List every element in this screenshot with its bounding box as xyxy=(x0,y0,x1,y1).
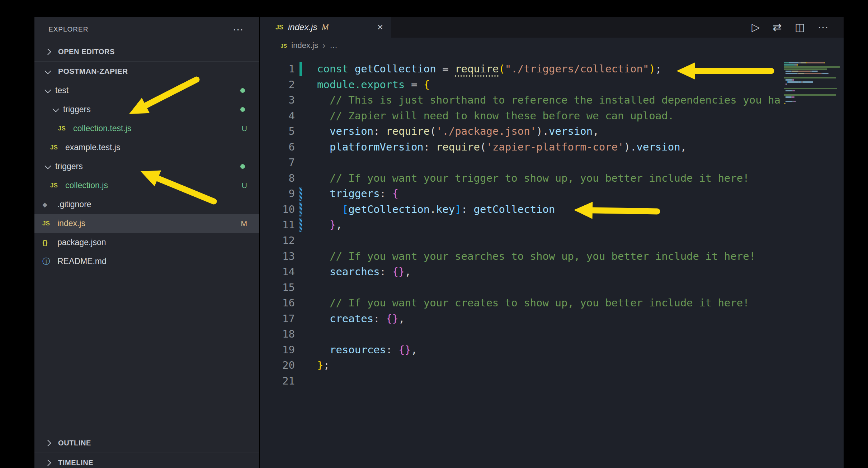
line-text xyxy=(308,280,844,296)
tree-item-example-test-js[interactable]: JSexample.test.js xyxy=(34,138,259,157)
tree-item--gitignore[interactable]: ◆.gitignore xyxy=(34,195,259,214)
code-line-12[interactable]: 12 xyxy=(260,233,844,249)
file-label: index.js xyxy=(57,219,85,228)
gutter-change-indicator xyxy=(295,186,308,202)
minimap-line xyxy=(784,86,841,87)
tree-item-package-json[interactable]: {}package.json xyxy=(34,233,259,252)
code-line-14[interactable]: 14 searches: {}, xyxy=(260,264,844,280)
file-tree: testtriggersJScollection.test.jsUJSexamp… xyxy=(34,81,259,271)
tree-item-readme-md[interactable]: ⓘREADME.md xyxy=(34,252,259,271)
code-line-19[interactable]: 19 resources: {}, xyxy=(260,342,844,358)
minimap[interactable] xyxy=(784,62,841,107)
split-editor-icon[interactable]: ◫ xyxy=(795,22,805,33)
project-root-row[interactable]: POSTMAN-ZAPIER xyxy=(34,62,259,81)
code-line-10[interactable]: 10 [getCollection.key]: getCollection xyxy=(260,202,844,218)
chevron-right-icon xyxy=(42,460,53,465)
gutter-change-indicator xyxy=(295,171,308,186)
code-line-9[interactable]: 9 triggers: { xyxy=(260,186,844,202)
explorer-header: EXPLORER ⋯ xyxy=(34,17,259,42)
minimap-line xyxy=(784,81,841,83)
minimap-line xyxy=(784,73,841,74)
tree-item-triggers[interactable]: triggers xyxy=(34,100,259,119)
minimap-line xyxy=(784,83,841,85)
vscode-window: EXPLORER ⋯ OPEN EDITORS POSTMAN-ZAPIER t… xyxy=(34,17,844,468)
tab-index-js[interactable]: JS index.js M × xyxy=(260,17,391,38)
breadcrumb-symbol[interactable]: … xyxy=(330,41,338,50)
tree-item-collection-test-js[interactable]: JScollection.test.jsU xyxy=(34,119,259,138)
open-changes-icon[interactable]: ⇄ xyxy=(773,22,782,33)
gutter-change-indicator xyxy=(295,139,308,155)
code-line-16[interactable]: 16 // If you want your creates to show u… xyxy=(260,295,844,311)
line-text xyxy=(308,155,844,171)
line-text: platformVersion: require('zapier-platfor… xyxy=(308,139,844,155)
file-label: .gitignore xyxy=(57,200,91,209)
breadcrumb-file[interactable]: index.js xyxy=(291,41,318,50)
tree-item-collection-js[interactable]: JScollection.jsU xyxy=(34,176,259,195)
file-label: README.md xyxy=(57,257,107,266)
chevron-right-icon xyxy=(42,441,53,445)
code-line-1[interactable]: 1const getCollection = require("./trigge… xyxy=(260,61,844,77)
more-actions-icon[interactable]: ⋯ xyxy=(818,22,829,33)
line-number: 10 xyxy=(260,202,295,218)
line-number: 6 xyxy=(260,139,295,155)
project-name: POSTMAN-ZAPIER xyxy=(58,67,128,76)
minimap-line xyxy=(784,75,841,76)
gutter-change-indicator xyxy=(295,92,308,108)
code-line-17[interactable]: 17 creates: {}, xyxy=(260,311,844,327)
js-file-icon: JS xyxy=(58,125,71,132)
git-status-badge: U xyxy=(242,124,247,133)
close-icon[interactable]: × xyxy=(377,22,383,32)
code-line-20[interactable]: 20}; xyxy=(260,358,844,373)
gutter-change-indicator xyxy=(295,108,308,124)
code-editor[interactable]: 1const getCollection = require("./trigge… xyxy=(260,53,844,468)
gutter-change-indicator xyxy=(295,202,308,218)
breadcrumb[interactable]: JS index.js › … xyxy=(260,38,844,53)
tree-item-triggers[interactable]: triggers xyxy=(34,157,259,176)
tree-item-index-js[interactable]: JSindex.jsM xyxy=(34,214,259,233)
explorer-title: EXPLORER xyxy=(48,25,88,33)
minimap-line xyxy=(784,77,841,78)
code-line-15[interactable]: 15 xyxy=(260,280,844,296)
minimap-line xyxy=(784,66,841,68)
code-line-7[interactable]: 7 xyxy=(260,155,844,171)
code-line-18[interactable]: 18 xyxy=(260,326,844,342)
minimap-line xyxy=(784,96,841,98)
minimap-line xyxy=(784,90,841,91)
minimap-line xyxy=(784,64,841,66)
file-label: triggers xyxy=(63,105,91,114)
gutter-change-indicator xyxy=(295,358,308,373)
minimap-line xyxy=(784,103,841,104)
code-line-5[interactable]: 5 version: require('./package.json').ver… xyxy=(260,124,844,139)
outline-section[interactable]: OUTLINE xyxy=(34,433,259,453)
open-editors-section[interactable]: OPEN EDITORS xyxy=(34,42,259,62)
line-text: resources: {}, xyxy=(308,342,844,358)
run-icon[interactable]: ▷ xyxy=(751,22,760,33)
line-text: }; xyxy=(308,358,844,373)
more-actions-icon[interactable]: ⋯ xyxy=(233,24,244,35)
code-line-8[interactable]: 8 // If you want your trigger to show up… xyxy=(260,171,844,186)
code-line-11[interactable]: 11 }, xyxy=(260,217,844,233)
minimap-line xyxy=(784,94,841,96)
line-number: 9 xyxy=(260,186,295,202)
explorer-sidebar: EXPLORER ⋯ OPEN EDITORS POSTMAN-ZAPIER t… xyxy=(34,17,259,468)
line-text xyxy=(308,326,844,342)
line-number: 2 xyxy=(260,77,295,93)
line-number: 14 xyxy=(260,264,295,280)
timeline-section[interactable]: TIMELINE xyxy=(34,453,259,468)
gutter-change-indicator xyxy=(295,264,308,280)
chevron-right-icon xyxy=(42,49,53,54)
code-line-3[interactable]: 3 // This is just shorthand to reference… xyxy=(260,92,844,108)
tree-item-test[interactable]: test xyxy=(34,81,259,100)
minimap-line xyxy=(784,92,841,94)
gutter-change-indicator xyxy=(295,217,308,233)
line-number: 19 xyxy=(260,342,295,358)
code-line-13[interactable]: 13 // If you want your searches to show … xyxy=(260,249,844,264)
code-line-2[interactable]: 2module.exports = { xyxy=(260,77,844,93)
line-text: triggers: { xyxy=(308,186,844,202)
code-line-21[interactable]: 21 xyxy=(260,373,844,389)
minimap-line xyxy=(784,105,841,106)
code-line-6[interactable]: 6 platformVersion: require('zapier-platf… xyxy=(260,139,844,155)
js-file-icon: JS xyxy=(50,182,63,189)
chevron-down-icon xyxy=(50,107,61,112)
code-line-4[interactable]: 4 // Zapier will need to know these befo… xyxy=(260,108,844,124)
